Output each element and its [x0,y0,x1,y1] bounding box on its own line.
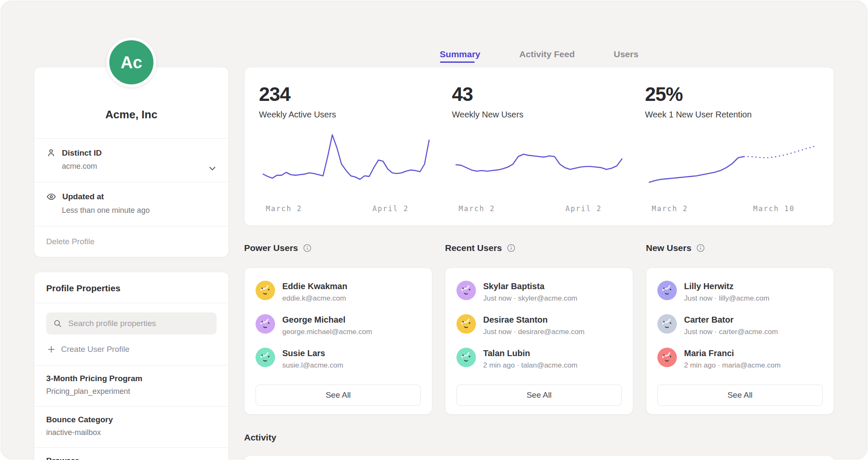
user-subtitle: susie.l@acme.com [282,361,343,370]
company-avatar: Ac [106,37,156,87]
tab-summary[interactable]: Summary [440,49,481,67]
property-row[interactable]: 3-Month Pricing Program Pricing_plan_exp… [34,365,228,406]
property-value: inactive-mailbox [46,428,217,437]
user-avatar [256,348,275,367]
user-row[interactable]: Talan Lubin2 min ago · talan@acme.com [456,348,622,370]
profile-properties-card: Profile Properties [34,272,229,460]
profile-sidebar: Ac Acme, Inc Distinct ID acme.com [34,0,229,460]
info-icon[interactable] [506,243,516,253]
user-subtitle: Just now · desirare@acme.com [483,328,584,336]
property-row[interactable]: Bounce Category inactive-mailbox [34,407,228,447]
user-row[interactable]: Susie Larssusie.l@acme.com [256,348,421,370]
info-icon[interactable] [696,243,705,253]
tab-bar: Summary Activity Feed Users [244,0,834,67]
metric-block: 25%Week 1 New User RetentionMarch 2March… [645,83,819,215]
property-name: Bounce Category [46,415,217,424]
user-row[interactable]: Eddie Kwakmaneddie.k@acme.com [256,281,421,303]
metric-label: Weekly New Users [452,110,626,120]
x-axis-tick-label: March 2 [459,204,495,213]
user-text: Desirae StantonJust now · desirare@acme.… [483,314,584,336]
user-row[interactable]: Skylar BaptistaJust now · skyler@acme.co… [456,281,622,303]
main-content: Summary Activity Feed Users 234Weekly Ac… [244,0,834,460]
see-all-button[interactable]: See All [256,385,421,406]
user-list-card: Skylar BaptistaJust now · skyler@acme.co… [445,268,633,415]
user-row[interactable]: Maria Franci2 min ago · maria@acme.com [657,348,823,370]
user-row[interactable]: George Michaelgeorge.michael@acme.com [256,314,421,336]
user-sections: Power UsersEddie Kwakmaneddie.k@acme.com… [244,243,834,415]
user-section: Recent UsersSkylar BaptistaJust now · sk… [445,243,633,415]
profile-properties-title: Profile Properties [34,272,228,303]
user-avatar [456,281,476,300]
user-avatar-icon [456,314,476,334]
info-icon[interactable] [303,243,312,253]
metric-sparkline [645,131,819,194]
x-axis-tick-label: March 10 [753,204,795,213]
create-user-profile-label: Create User Profile [61,345,130,354]
eye-icon [46,192,56,202]
create-user-profile-button[interactable]: Create User Profile [34,336,228,365]
chevron-down-icon[interactable] [207,163,217,173]
metric-sparkline [452,131,626,194]
metric-sparkline [259,131,433,194]
user-text: Carter BatorJust now · carter@acme.com [684,314,778,336]
x-axis-tick-label: April 2 [373,204,409,213]
property-name: Browser [46,456,217,460]
x-axis-tick-label: April 2 [565,204,602,213]
user-text: Talan Lubin2 min ago · talan@acme.com [483,348,577,370]
user-row[interactable]: Carter BatorJust now · carter@acme.com [657,314,823,336]
user-text: Lilly HerwitzJust now · lilly@acme.com [684,281,769,303]
metric-value: 43 [452,83,626,106]
activity-title: Activity [244,432,834,443]
user-avatar-icon [256,348,275,367]
user-subtitle: 2 min ago · maria@acme.com [684,361,781,370]
search-wrap [34,303,228,336]
property-value: Pricing_plan_experiment [46,387,217,396]
see-all-button[interactable]: See All [657,385,823,406]
metric-label: Weekly Active Users [259,110,433,120]
field-value: acme.com [62,162,217,171]
tab-activity-feed[interactable]: Activity Feed [519,49,575,67]
tab-users[interactable]: Users [614,49,638,67]
user-row[interactable]: Desirae StantonJust now · desirare@acme.… [456,314,622,336]
user-row[interactable]: Lilly HerwitzJust now · lilly@acme.com [657,281,823,303]
user-avatar [657,314,677,334]
user-avatar-icon [456,348,476,367]
user-name: Maria Franci [684,348,781,358]
x-axis-labels: March 2April 2 [452,204,626,213]
metric-label: Week 1 New User Retention [645,110,819,120]
section-title: New Users [646,243,691,253]
user-text: Maria Franci2 min ago · maria@acme.com [684,348,781,370]
person-icon [46,148,56,158]
search-profile-properties-input[interactable] [67,318,210,329]
user-avatar [456,314,476,334]
property-name: 3-Month Pricing Program [46,374,217,383]
user-list-card: Lilly HerwitzJust now · lilly@acme.comCa… [646,268,834,415]
user-avatar-icon [657,314,677,334]
section-header: New Users [646,243,834,253]
user-subtitle: george.michael@acme.com [282,328,372,336]
metric-block: 234Weekly Active UsersMarch 2April 2 [259,83,433,215]
user-subtitle: 2 min ago · talan@acme.com [483,361,577,370]
user-text: Susie Larssusie.l@acme.com [282,348,343,370]
profile-summary-card: Acme, Inc Distinct ID acme.com [34,67,229,257]
user-list-card: Eddie Kwakmaneddie.k@acme.comGeorge Mich… [244,268,432,415]
x-axis-labels: March 2April 2 [259,204,433,213]
user-avatar [657,348,677,367]
page-layout: Ac Acme, Inc Distinct ID acme.com [0,0,868,460]
company-avatar-wrap: Ac [106,37,156,87]
see-all-button[interactable]: See All [456,385,622,406]
activity-card: 2342403.4k [244,455,834,460]
app-window: Ac Acme, Inc Distinct ID acme.com [0,0,868,460]
field-row-distinct-id[interactable]: Distinct ID acme.com [34,139,228,182]
x-axis-tick-label: March 2 [266,204,302,213]
user-text: Eddie Kwakmaneddie.k@acme.com [282,281,347,303]
x-axis-tick-label: March 2 [652,204,688,213]
user-avatar-icon [456,281,476,300]
user-section: New UsersLilly HerwitzJust now · lilly@a… [646,243,834,415]
property-row[interactable]: Browser Chrome [34,448,228,460]
field-value: Less than one minute ago [62,206,217,215]
user-avatar [256,314,275,334]
field-row-updated-at: Updated at Less than one minute ago [34,182,228,226]
delete-profile-button[interactable]: Delete Profile [34,226,228,257]
metric-block: 43Weekly New UsersMarch 2April 2 [452,83,626,215]
